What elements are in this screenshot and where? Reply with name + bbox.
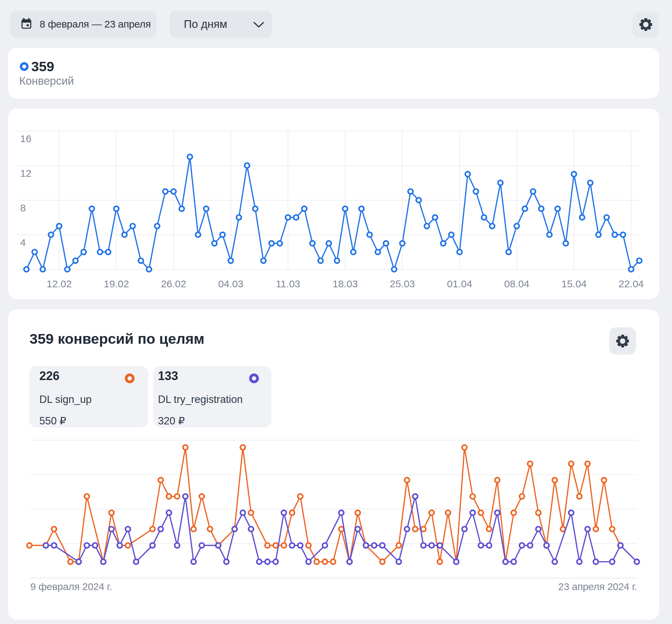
svg-text:9 февраля 2024 г.: 9 февраля 2024 г.: [30, 581, 112, 592]
svg-text:23 апреля 2024 г.: 23 апреля 2024 г.: [558, 581, 637, 592]
